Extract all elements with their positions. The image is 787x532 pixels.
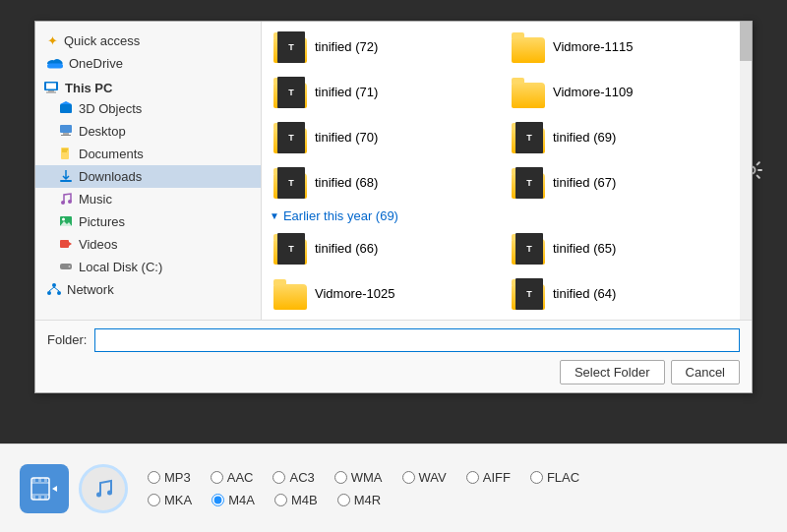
list-item[interactable]: Vidmore-1109 [508, 71, 744, 114]
folder-name: tinified (66) [315, 241, 378, 256]
format-option-ac3[interactable]: AC3 [272, 470, 314, 485]
drive-icon [59, 260, 73, 273]
list-item[interactable]: T tinified (71) [270, 71, 506, 114]
radio-m4b[interactable] [274, 494, 287, 506]
format-option-m4r[interactable]: M4R [337, 493, 381, 507]
format-option-flac[interactable]: FLAC [530, 470, 579, 485]
svg-rect-1 [47, 64, 63, 69]
sidebar-item-3d-objects[interactable]: 3D Objects [35, 97, 261, 120]
main-content[interactable]: T tinified (72) Vidmore-1115 [262, 22, 752, 320]
list-item[interactable]: T tinified (65) [508, 227, 744, 270]
list-item[interactable]: T tinified (69) [508, 116, 744, 159]
format-option-wav[interactable]: WAV [402, 470, 447, 485]
audio-format-icon[interactable] [79, 464, 128, 513]
format-label-mp3: MP3 [164, 470, 191, 485]
sidebar-item-downloads[interactable]: Downloads [35, 165, 261, 188]
sidebar-item-network-label: Network [67, 282, 114, 297]
format-option-m4b[interactable]: M4B [274, 493, 318, 507]
dialog-body: ✦ Quick access OneDrive [35, 22, 752, 320]
format-option-m4a[interactable]: M4A [212, 493, 255, 507]
select-folder-button[interactable]: Select Folder [560, 360, 665, 384]
sidebar-item-pictures-label: Pictures [79, 214, 125, 229]
sidebar-item-videos-label: Videos [79, 237, 118, 252]
sidebar-item-pictures[interactable]: Pictures [35, 210, 261, 233]
sidebar-item-downloads-label: Downloads [79, 169, 142, 184]
folder-name: Vidmore-1109 [553, 85, 633, 99]
radio-aac[interactable] [211, 471, 223, 484]
list-item[interactable]: Vidmore-1025 [270, 272, 506, 316]
list-item[interactable]: T tinified (64) [508, 272, 744, 316]
list-item[interactable]: T tinified (66) [270, 227, 506, 270]
star-icon: ✦ [47, 33, 58, 48]
folder-icon-vidmore [512, 31, 547, 63]
sidebar-item-videos[interactable]: Videos [35, 233, 261, 256]
svg-rect-33 [38, 478, 41, 482]
sidebar-item-quick-access-label: Quick access [64, 33, 140, 48]
scrollbar-track[interactable] [740, 22, 752, 320]
format-label-m4a: M4A [228, 493, 255, 507]
pictures-icon [59, 214, 73, 228]
radio-ac3[interactable] [272, 471, 285, 484]
radio-wma[interactable] [334, 471, 347, 484]
format-options: MP3 AAC AC3 WMA WAV AIFF [148, 470, 579, 507]
svg-point-23 [69, 266, 71, 267]
svg-rect-3 [46, 84, 56, 89]
format-option-aiff[interactable]: AIFF [466, 470, 511, 485]
radio-wav[interactable] [402, 471, 415, 484]
radio-aiff[interactable] [466, 471, 479, 484]
format-option-aac[interactable]: AAC [211, 470, 254, 485]
sidebar-item-local-disk[interactable]: Local Disk (C:) [35, 256, 261, 278]
videos-icon [59, 237, 73, 251]
svg-point-18 [62, 218, 65, 221]
list-item[interactable]: T tinified (72) [270, 26, 506, 69]
onedrive-icon [47, 56, 63, 70]
format-option-mp3[interactable]: MP3 [148, 470, 191, 485]
radio-m4a[interactable] [212, 494, 224, 506]
radio-mka[interactable] [148, 494, 160, 506]
sidebar-section-this-pc: This PC [35, 75, 261, 97]
format-label-mka: MKA [164, 493, 192, 507]
cancel-button[interactable]: Cancel [671, 360, 740, 384]
svg-rect-32 [32, 478, 35, 482]
list-item[interactable]: T tinified (67) [508, 161, 744, 205]
folder-icon-tinified: T [273, 167, 309, 199]
svg-point-16 [68, 200, 72, 204]
format-option-wma[interactable]: WMA [334, 470, 383, 485]
list-item[interactable]: T tinified (68) [270, 161, 506, 205]
sidebar-item-documents-label: Documents [79, 147, 144, 161]
list-item[interactable]: Vidmore-1115 [508, 26, 744, 69]
svg-point-25 [47, 291, 51, 295]
svg-marker-38 [52, 486, 57, 492]
folder-name: tinified (67) [553, 175, 616, 190]
radio-m4r[interactable] [337, 494, 350, 506]
video-format-icon[interactable] [20, 464, 69, 513]
list-item[interactable]: T tinified (70) [270, 116, 506, 159]
svg-rect-14 [60, 180, 72, 182]
format-label-wav: WAV [419, 470, 447, 485]
this-pc-label: This PC [65, 81, 112, 95]
svg-rect-31 [31, 494, 49, 496]
radio-mp3[interactable] [148, 471, 160, 484]
pc-icon [43, 81, 59, 94]
folder-input[interactable] [94, 328, 740, 352]
sidebar-item-music[interactable]: Music [35, 188, 261, 210]
sidebar-item-onedrive-label: OneDrive [69, 56, 123, 71]
radio-flac[interactable] [530, 471, 543, 484]
folder-name: tinified (64) [553, 286, 616, 301]
dialog-footer: Folder: Select Folder Cancel [35, 320, 752, 392]
svg-rect-30 [31, 482, 49, 484]
svg-marker-21 [69, 242, 72, 246]
sidebar-item-onedrive[interactable]: OneDrive [35, 52, 261, 75]
sidebar-item-music-label: Music [79, 192, 112, 207]
sidebar-item-documents[interactable]: Documents [35, 143, 261, 165]
folder-label: Folder: [47, 332, 87, 347]
section-earlier-this-year[interactable]: ▼ Earlier this year (69) [262, 205, 752, 227]
format-label-aiff: AIFF [483, 470, 511, 485]
sidebar-item-desktop[interactable]: Desktop [35, 120, 261, 143]
bottom-bar: MP3 AAC AC3 WMA WAV AIFF [0, 443, 787, 532]
sidebar-item-quick-access[interactable]: ✦ Quick access [35, 30, 261, 52]
sidebar-item-network[interactable]: Network [35, 278, 261, 301]
scrollbar-thumb[interactable] [740, 22, 752, 61]
format-option-mka[interactable]: MKA [148, 493, 192, 507]
folder-icon-tinified: T [273, 77, 309, 108]
